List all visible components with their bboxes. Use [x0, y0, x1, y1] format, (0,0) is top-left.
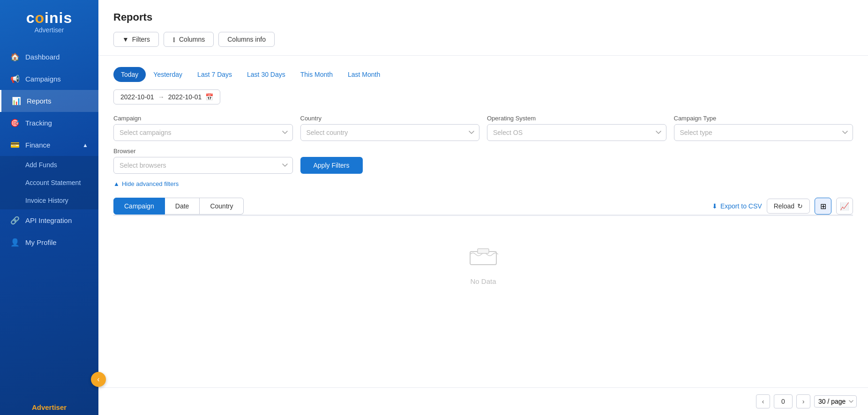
tab-thismonth[interactable]: This Month	[293, 67, 340, 82]
os-filter-group: Operating System Select OS	[487, 115, 666, 141]
dashboard-icon: 🏠	[10, 52, 20, 61]
campaign-label: Campaign	[113, 115, 293, 122]
tab-lastmonth[interactable]: Last Month	[340, 67, 388, 82]
sidebar-item-api-integration[interactable]: 🔗 API Integration	[0, 209, 98, 231]
per-page-select[interactable]: 30 / page	[814, 395, 857, 408]
columns-info-button[interactable]: Columns info	[218, 32, 275, 47]
reload-icon: ↻	[797, 202, 803, 210]
no-data-text: No Data	[470, 277, 496, 285]
export-csv-button[interactable]: ⬇ Export to CSV	[712, 202, 762, 210]
chevron-up-icon: ▲	[82, 142, 88, 148]
grid-view-button[interactable]: ⊞	[815, 198, 831, 215]
sidebar-item-label: API Integration	[25, 216, 72, 224]
date-range-picker[interactable]: 2022-10-01 → 2022-10-01 📅	[113, 89, 220, 104]
chevron-up-small-icon: ▲	[113, 180, 120, 187]
sidebar-item-campaigns[interactable]: 📢 Campaigns	[0, 68, 98, 90]
svg-rect-1	[478, 249, 489, 253]
view-actions: ⬇ Export to CSV Reload ↻ ⊞ 📈	[712, 198, 853, 215]
tab-last30days[interactable]: Last 30 Days	[239, 67, 293, 82]
reports-icon: 📊	[12, 96, 21, 105]
view-tab-country[interactable]: Country	[200, 198, 244, 215]
sidebar-item-add-funds[interactable]: Add Funds	[0, 156, 98, 174]
sidebar-item-tracking[interactable]: 🎯 Tracking	[0, 112, 98, 134]
toolbar: ▼ Filters ⫿ Columns Columns info	[113, 32, 853, 55]
sidebar-item-dashboard[interactable]: 🏠 Dashboard	[0, 46, 98, 68]
sidebar: coinis Advertiser 🏠 Dashboard 📢 Campaign…	[0, 0, 98, 415]
chart-icon: 📈	[840, 202, 849, 211]
date-tabs: Today Yesterday Last 7 Days Last 30 Days…	[113, 67, 853, 82]
sidebar-item-label: Dashboard	[25, 53, 60, 61]
view-tab-date[interactable]: Date	[165, 198, 200, 215]
tab-last7days[interactable]: Last 7 Days	[190, 67, 239, 82]
sidebar-item-label: Campaigns	[25, 75, 61, 83]
sidebar-item-label: Finance	[25, 141, 50, 149]
logo-o: o	[35, 9, 45, 26]
date-from: 2022-10-01	[120, 93, 154, 101]
view-tabs: Campaign Date Country	[113, 198, 244, 215]
finance-icon: 💳	[10, 141, 20, 149]
calendar-icon: 📅	[205, 93, 213, 101]
os-label: Operating System	[487, 115, 666, 122]
hide-filters-link[interactable]: ▲ Hide advanced filters	[113, 180, 853, 187]
apply-filters-button[interactable]: Apply Filters	[300, 157, 363, 174]
sidebar-username: Advertiser	[32, 400, 67, 415]
page-title: Reports	[113, 11, 853, 23]
campaign-select[interactable]: Select campaigns	[113, 124, 293, 141]
browser-filter-group: Browser Select browsers	[113, 148, 293, 174]
next-page-button[interactable]: ›	[796, 394, 810, 408]
browser-select[interactable]: Select browsers	[113, 157, 293, 174]
sidebar-item-invoice-history[interactable]: Invoice History	[0, 192, 98, 209]
page-header: Reports ▼ Filters ⫿ Columns Columns info	[98, 0, 868, 56]
sidebar-item-label: My Profile	[25, 238, 57, 246]
sidebar-item-label: Reports	[27, 97, 52, 105]
sidebar-nav: 🏠 Dashboard 📢 Campaigns 📊 Reports 🎯 Trac…	[0, 46, 98, 400]
grid-icon: ⊞	[820, 202, 826, 211]
tab-yesterday[interactable]: Yesterday	[146, 67, 190, 82]
type-select[interactable]: Select type	[674, 124, 853, 141]
pagination-bar: ‹ 0 › 30 / page	[98, 387, 868, 415]
date-arrow-icon: →	[158, 93, 165, 101]
country-label: Country	[300, 115, 480, 122]
logo-c: c	[26, 9, 35, 26]
export-icon: ⬇	[712, 202, 718, 210]
columns-icon: ⫿	[172, 36, 176, 43]
sidebar-role: Advertiser	[34, 26, 64, 34]
current-page-number: 0	[774, 394, 793, 408]
view-tabs-row: Campaign Date Country ⬇ Export to CSV Re…	[113, 198, 853, 215]
main-content: Reports ▼ Filters ⫿ Columns Columns info…	[98, 0, 868, 415]
no-data-icon	[468, 244, 498, 272]
filters-grid: Campaign Select campaigns Country Select…	[113, 115, 853, 141]
content-area: Today Yesterday Last 7 Days Last 30 Days…	[98, 56, 868, 387]
os-select[interactable]: Select OS	[487, 124, 666, 141]
profile-icon: 👤	[10, 238, 20, 247]
sidebar-logo-area: coinis Advertiser	[0, 0, 98, 37]
reload-button[interactable]: Reload ↻	[767, 199, 810, 214]
prev-page-button[interactable]: ‹	[756, 394, 770, 408]
country-filter-group: Country Select country	[300, 115, 480, 141]
tracking-icon: 🎯	[10, 119, 20, 127]
type-filter-group: Campaign Type Select type	[674, 115, 853, 141]
type-label: Campaign Type	[674, 115, 853, 122]
browser-label: Browser	[113, 148, 293, 155]
chart-view-button[interactable]: 📈	[836, 198, 853, 215]
view-tab-campaign[interactable]: Campaign	[113, 198, 165, 215]
filters-button[interactable]: ▼ Filters	[113, 32, 159, 47]
sidebar-item-my-profile[interactable]: 👤 My Profile	[0, 231, 98, 253]
tab-today[interactable]: Today	[113, 67, 146, 82]
no-data-area: No Data	[113, 216, 853, 313]
logo: coinis	[26, 10, 72, 25]
sidebar-item-reports[interactable]: 📊 Reports	[0, 90, 98, 112]
browser-row: Browser Select browsers Apply Filters	[113, 148, 853, 174]
logo-rest: inis	[45, 9, 72, 26]
columns-button[interactable]: ⫿ Columns	[164, 32, 214, 47]
finance-submenu: Add Funds Account Statement Invoice Hist…	[0, 156, 98, 209]
sidebar-item-finance[interactable]: 💳 Finance ▲	[0, 134, 98, 156]
sidebar-toggle-button[interactable]: ‹	[91, 372, 106, 387]
date-to: 2022-10-01	[168, 93, 202, 101]
api-icon: 🔗	[10, 216, 20, 225]
sidebar-item-account-statement[interactable]: Account Statement	[0, 174, 98, 192]
filter-icon: ▼	[122, 36, 129, 43]
campaign-filter-group: Campaign Select campaigns	[113, 115, 293, 141]
country-select[interactable]: Select country	[300, 124, 480, 141]
sidebar-item-label: Tracking	[25, 119, 52, 127]
